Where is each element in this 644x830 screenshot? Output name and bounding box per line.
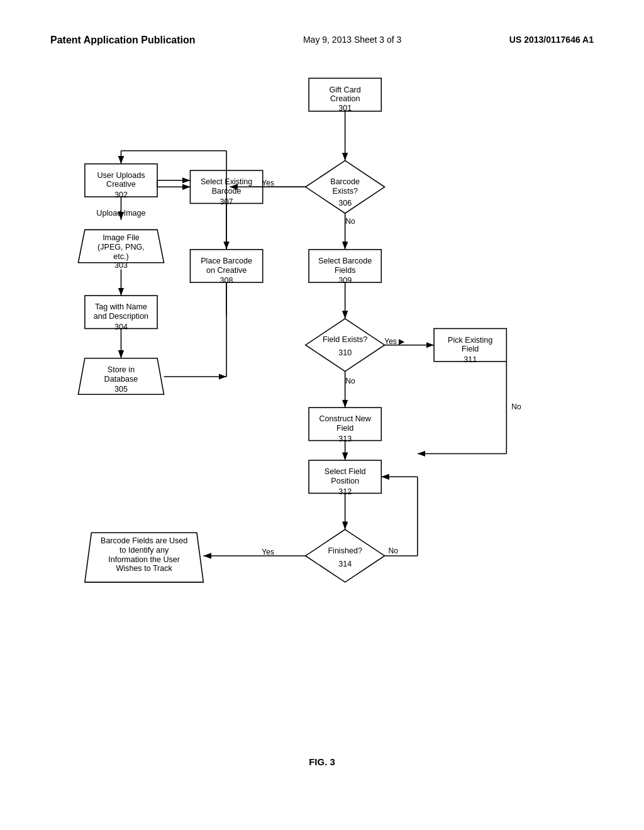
svg-text:etc.): etc.) (113, 252, 128, 261)
svg-text:Select Field: Select Field (325, 467, 366, 476)
header-center: May 9, 2013 Sheet 3 of 3 (303, 35, 401, 45)
svg-text:Select Barcode: Select Barcode (318, 257, 372, 265)
svg-text:Database: Database (104, 375, 138, 384)
svg-text:Place Barcode: Place Barcode (201, 257, 252, 265)
flowchart-svg: Gift Card Creation 301 Barcode Exists? 3… (0, 58, 644, 750)
svg-text:(JPEG, PNG,: (JPEG, PNG, (97, 243, 145, 252)
label-no-306: No (345, 217, 355, 226)
svg-text:305: 305 (114, 385, 128, 394)
svg-text:Information the User: Information the User (108, 555, 180, 564)
svg-text:Barcode: Barcode (330, 177, 360, 186)
svg-text:Barcode Fields are Used: Barcode Fields are Used (101, 536, 187, 545)
svg-text:and Description: and Description (94, 312, 148, 321)
svg-text:Creative: Creative (106, 180, 136, 189)
svg-text:Field Exists?: Field Exists? (323, 335, 367, 344)
svg-text:Field: Field (336, 424, 353, 433)
flowchart-container: Gift Card Creation 301 Barcode Exists? 3… (0, 58, 644, 750)
node-301-text: Gift Card (330, 86, 361, 94)
label-yes-306: Yes (262, 179, 274, 187)
svg-text:Wishes to Track: Wishes to Track (116, 564, 172, 573)
label-yes-314: Yes (262, 548, 274, 556)
svg-text:Store in: Store in (108, 365, 135, 374)
svg-text:310: 310 (338, 348, 352, 357)
svg-text:Creation: Creation (330, 94, 360, 103)
svg-text:Image File: Image File (103, 233, 140, 242)
svg-text:Tag with Name: Tag with Name (95, 302, 147, 311)
svg-text:Exists?: Exists? (332, 187, 358, 196)
svg-text:User Uploads: User Uploads (97, 171, 145, 180)
svg-text:Position: Position (331, 477, 359, 485)
svg-text:to Identify any: to Identify any (119, 546, 169, 555)
page-header: Patent Application Publication May 9, 20… (0, 0, 644, 58)
label-no-310: No (345, 377, 355, 385)
label-no-311: No (511, 402, 521, 411)
svg-text:on Creative: on Creative (206, 266, 247, 275)
header-patent: US 2013/0117646 A1 (509, 35, 594, 45)
label-no-314: No (388, 546, 398, 555)
svg-text:Fields: Fields (335, 266, 356, 275)
node-310 (306, 319, 385, 372)
svg-text:303: 303 (114, 261, 128, 270)
label-yes-310: Yes ▶ (384, 337, 405, 346)
svg-text:311: 311 (464, 355, 477, 364)
svg-text:306: 306 (338, 199, 352, 208)
svg-text:Finished?: Finished? (328, 546, 362, 555)
header-title: Patent Application Publication (50, 35, 196, 46)
fig-label: FIG. 3 (0, 756, 644, 780)
node-314 (306, 529, 385, 582)
svg-text:Field: Field (462, 345, 479, 353)
svg-text:Construct New: Construct New (319, 414, 371, 423)
svg-text:Pick Existing: Pick Existing (448, 336, 492, 345)
page: Patent Application Publication May 9, 20… (0, 0, 644, 830)
svg-text:314: 314 (338, 560, 352, 568)
